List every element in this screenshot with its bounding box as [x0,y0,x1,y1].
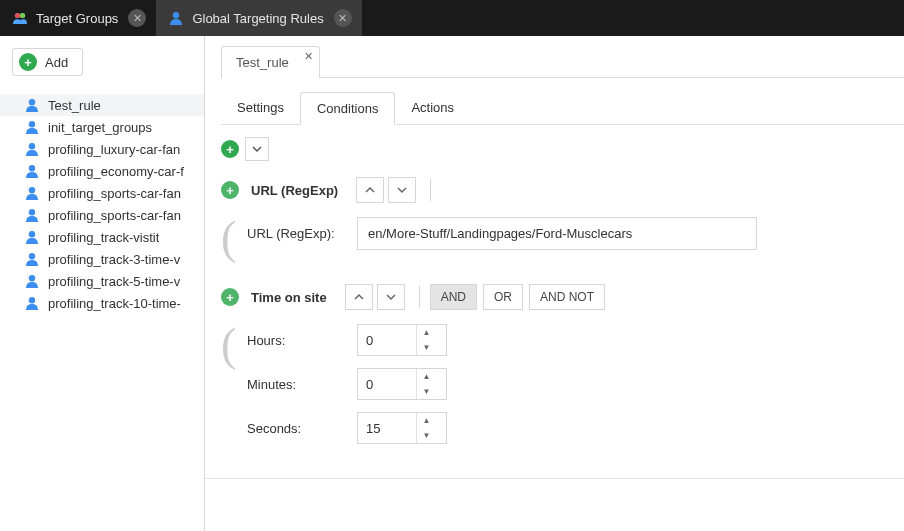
footer-divider [205,478,904,479]
seconds-input[interactable] [358,421,416,436]
user-icon [24,185,40,201]
sidebar-item[interactable]: profiling_sports-car-fan [0,204,204,226]
step-up-button[interactable]: ▲ [417,413,436,428]
field-row: Minutes: ▲▼ [247,368,904,400]
close-icon[interactable]: ✕ [334,9,352,27]
user-icon [24,207,40,223]
sidebar-item[interactable]: profiling_sports-car-fan [0,182,204,204]
divider [419,286,420,308]
user-icon [24,141,40,157]
sidebar-item[interactable]: profiling_track-5-time-v [0,270,204,292]
tab-global-targeting-rules[interactable]: Global Targeting Rules ✕ [156,0,361,36]
doc-tab-row: Test_rule ✕ [221,46,904,78]
sidebar-item[interactable]: profiling_track-10-time- [0,292,204,314]
sidebar-item[interactable]: profiling_economy-car-f [0,160,204,182]
field-label: URL (RegExp): [247,226,357,241]
condition-header: + URL (RegExp) [221,177,904,203]
close-icon[interactable]: ✕ [128,9,146,27]
sidebar: + Add Test_rule init_target_groups profi… [0,36,205,531]
user-icon [24,273,40,289]
move-up-button[interactable] [356,177,384,203]
sidebar-item-label: profiling_track-vistit [48,230,159,245]
move-down-button[interactable] [377,284,405,310]
field-row: Seconds: ▲▼ [247,412,904,444]
operator-and-button[interactable]: AND [430,284,477,310]
sidebar-item[interactable]: profiling_track-3-time-v [0,248,204,270]
field-row: Hours: ▲▼ [247,324,904,356]
sidebar-item[interactable]: profiling_luxury-car-fan [0,138,204,160]
field-label: Minutes: [247,377,357,392]
sidebar-item[interactable]: Test_rule [0,94,204,116]
doc-tab[interactable]: Test_rule ✕ [221,46,320,78]
seconds-stepper[interactable]: ▲▼ [357,412,447,444]
user-icon [24,97,40,113]
tab-target-groups[interactable]: Target Groups ✕ [0,0,156,36]
doc-tab-label: Test_rule [236,55,289,70]
chevron-down-icon[interactable] [245,137,269,161]
sidebar-item-label: profiling_track-3-time-v [48,252,180,267]
field-label: Seconds: [247,421,357,436]
sidebar-item-label: profiling_luxury-car-fan [48,142,180,157]
sidebar-item-label: profiling_track-5-time-v [48,274,180,289]
add-button[interactable]: + Add [12,48,83,76]
condition-header: + Time on site AND OR AND NOT [221,284,904,310]
sidebar-item-label: profiling_economy-car-f [48,164,184,179]
sidebar-list: Test_rule init_target_groups profiling_l… [0,94,204,314]
add-condition-button[interactable]: + [221,140,239,158]
group-icon [12,10,28,26]
plus-icon: + [19,53,37,71]
sub-tabs: Settings Conditions Actions [221,92,904,125]
user-icon [24,295,40,311]
step-down-button[interactable]: ▼ [417,384,436,399]
operator-or-button[interactable]: OR [483,284,523,310]
user-icon [24,163,40,179]
sidebar-item-label: profiling_sports-car-fan [48,186,181,201]
tab-actions[interactable]: Actions [395,92,470,124]
step-down-button[interactable]: ▼ [417,428,436,443]
paren-icon: ( [221,324,243,456]
user-icon [168,10,184,26]
add-rule-button[interactable]: + [221,181,239,199]
sidebar-item-label: Test_rule [48,98,101,113]
field-label: Hours: [247,333,357,348]
minutes-input[interactable] [358,377,416,392]
step-up-button[interactable]: ▲ [417,369,436,384]
tab-label: Target Groups [36,11,118,26]
sidebar-item-label: profiling_track-10-time- [48,296,181,311]
condition-block-time: + Time on site AND OR AND NOT ( Hours: [221,284,904,456]
sidebar-item-label: profiling_sports-car-fan [48,208,181,223]
tab-settings[interactable]: Settings [221,92,300,124]
tab-label: Global Targeting Rules [192,11,323,26]
sidebar-item[interactable]: init_target_groups [0,116,204,138]
svg-point-4 [20,13,25,18]
paren-icon: ( [221,217,243,262]
step-up-button[interactable]: ▲ [417,325,436,340]
url-regexp-input[interactable] [357,217,757,250]
add-rule-button[interactable]: + [221,288,239,306]
condition-title: Time on site [251,290,327,305]
operator-andnot-button[interactable]: AND NOT [529,284,605,310]
sidebar-item-label: init_target_groups [48,120,152,135]
move-up-button[interactable] [345,284,373,310]
close-icon[interactable]: ✕ [304,50,313,63]
sidebar-item[interactable]: profiling_track-vistit [0,226,204,248]
field-row: URL (RegExp): [247,217,904,250]
step-down-button[interactable]: ▼ [417,340,436,355]
app-tabbar: Target Groups ✕ Global Targeting Rules ✕ [0,0,904,36]
move-down-button[interactable] [388,177,416,203]
content-pane: Test_rule ✕ Settings Conditions Actions … [205,36,904,531]
condition-block-url: + URL (RegExp) ( URL (RegExp): [221,177,904,262]
divider [430,179,431,201]
user-icon [24,251,40,267]
hours-input[interactable] [358,333,416,348]
tab-conditions[interactable]: Conditions [300,92,395,125]
hours-stepper[interactable]: ▲▼ [357,324,447,356]
add-label: Add [45,55,68,70]
condition-title: URL (RegExp) [251,183,338,198]
add-condition-toolbar: + [221,137,904,161]
minutes-stepper[interactable]: ▲▼ [357,368,447,400]
user-icon [24,229,40,245]
svg-point-3 [15,13,20,18]
user-icon [24,119,40,135]
